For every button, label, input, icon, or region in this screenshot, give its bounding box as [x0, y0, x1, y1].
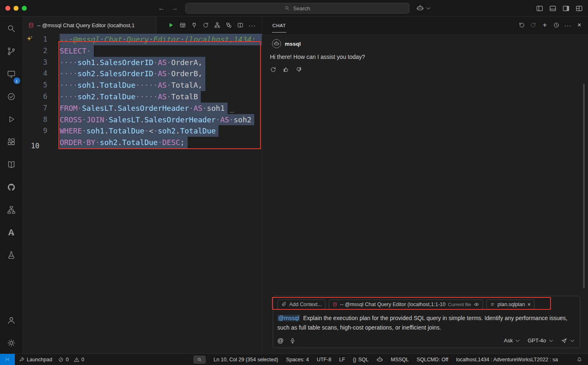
- chat-more-actions-icon[interactable]: ···: [565, 22, 571, 29]
- mode-label: Ask: [504, 337, 513, 344]
- indentation-status[interactable]: Spaces: 4: [286, 357, 309, 363]
- run-query-button[interactable]: [167, 21, 174, 29]
- book-icon: [7, 160, 16, 169]
- chat-tab[interactable]: CHAT: [272, 18, 286, 33]
- activity-notebooks[interactable]: [2, 155, 21, 174]
- copilot-status-icon[interactable]: [377, 356, 383, 363]
- code-line[interactable]: 4····soh2.SalesOrderID·AS·OrderB,: [23, 68, 262, 80]
- context-chip-current-file[interactable]: -- @mssql Chat Query Editor (localhost,1…: [329, 299, 483, 309]
- magnifier-icon: [197, 357, 202, 362]
- thumbs-down-icon[interactable]: [295, 66, 302, 73]
- chat-scrollbar[interactable]: [583, 84, 585, 288]
- activity-schema-designer[interactable]: [2, 200, 21, 219]
- activity-run-debug[interactable]: [2, 110, 21, 129]
- customize-layout-icon[interactable]: [575, 5, 583, 12]
- activity-database-projects[interactable]: [2, 246, 21, 264]
- chat-input-widget[interactable]: Add Context... -- @mssql Chat Query Edit…: [273, 296, 580, 348]
- back-icon[interactable]: ←: [158, 4, 165, 12]
- code-line[interactable]: 1--·@mssql·Chat·Query·Editor·(localhost,…: [23, 34, 262, 45]
- activity-github[interactable]: [2, 178, 21, 197]
- toggle-primary-sidebar-icon[interactable]: [536, 5, 544, 12]
- add-context-button[interactable]: Add Context...: [277, 299, 325, 309]
- toggle-secondary-sidebar-icon[interactable]: [562, 5, 570, 12]
- launchpad-status[interactable]: Launchpad: [19, 357, 52, 363]
- code-line[interactable]: 7FROM·SalesLT.SalesOrderHeader·AS·soh1_: [23, 103, 262, 114]
- tab-bar: -- @mssql Chat Query Editor (localhost,1…: [23, 16, 262, 34]
- code-line[interactable]: 6····soh2.TotalDue·····AS·TotalB: [23, 91, 262, 103]
- regenerate-icon[interactable]: [270, 66, 277, 73]
- chat-history-icon[interactable]: [553, 22, 560, 28]
- redo-request-icon[interactable]: [530, 22, 537, 28]
- schema-visualize-icon[interactable]: [214, 22, 221, 28]
- query-plan-icon[interactable]: [225, 22, 232, 28]
- sqlcmd-status[interactable]: SQLCMD: Off: [417, 357, 449, 363]
- copilot-sparkle-icon[interactable]: [26, 35, 33, 42]
- chevron-down-icon: [548, 337, 554, 344]
- code-line[interactable]: 10ORDER·BY·soh2.TotalDue·DESC;: [23, 137, 262, 148]
- activity-testing[interactable]: [2, 87, 21, 106]
- remote-indicator[interactable]: [0, 354, 15, 365]
- code-line[interactable]: 3····soh1.SalesOrderID·AS·OrderA,: [23, 57, 262, 68]
- code-text: CROSS·JOIN·SalesLT.SalesOrderHeader·AS·s…: [60, 114, 254, 126]
- mic-icon[interactable]: [289, 337, 296, 344]
- minimize-window-button[interactable]: [14, 6, 19, 11]
- activity-extensions[interactable]: [2, 132, 21, 151]
- send-button[interactable]: [561, 337, 576, 344]
- toggle-panel-icon[interactable]: [549, 5, 557, 12]
- tab-query-editor[interactable]: -- @mssql Chat Query Editor (localhost,1: [23, 16, 157, 34]
- problems-status[interactable]: 0 0: [58, 357, 84, 363]
- zoom-status-button[interactable]: [193, 356, 206, 364]
- more-actions-icon[interactable]: ···: [249, 22, 256, 29]
- copilot-menu-button[interactable]: [416, 0, 432, 16]
- notifications-bell-icon[interactable]: [576, 357, 582, 363]
- chevron-down-icon: [514, 337, 521, 344]
- line-number: 10: [23, 137, 60, 156]
- accounts-button[interactable]: [2, 311, 21, 330]
- code-text: SELECT·: [60, 45, 94, 57]
- results-grid-icon[interactable]: [179, 22, 186, 28]
- cursor: _: [230, 104, 234, 112]
- eol-status[interactable]: LF: [339, 357, 345, 363]
- errors-count: 0: [66, 357, 69, 363]
- forward-icon[interactable]: →: [171, 4, 178, 12]
- undo-request-icon[interactable]: [518, 22, 525, 28]
- activity-remote-explorer[interactable]: 1: [2, 64, 21, 83]
- encoding-status[interactable]: UTF-8: [317, 357, 331, 363]
- context-chip-sqlplan[interactable]: plan.sqlplan ×: [486, 299, 535, 309]
- estimated-plan-icon[interactable]: [202, 22, 209, 28]
- command-center-search[interactable]: Search: [185, 3, 409, 14]
- paperclip-icon: [281, 302, 287, 307]
- chat-input-text[interactable]: @mssql Explain the execution plan for th…: [277, 314, 576, 332]
- tab-title: -- @mssql Chat Query Editor (localhost,1: [37, 22, 135, 28]
- remove-chip-icon[interactable]: ×: [528, 302, 531, 307]
- code-editor[interactable]: 1--·@mssql·Chat·Query·Editor·(localhost,…: [23, 34, 262, 353]
- cursor-position-status[interactable]: Ln 10, Col 29 (354 selected): [214, 357, 278, 363]
- thumbs-up-icon[interactable]: [283, 66, 289, 73]
- code-text: ORDER·BY·soh2.TotalDue·DESC;: [60, 137, 188, 148]
- eye-icon[interactable]: [474, 302, 479, 307]
- activity-azure[interactable]: [2, 223, 21, 242]
- code-line[interactable]: 2SELECT·: [23, 45, 262, 57]
- language-mode-status[interactable]: {} SQL: [353, 357, 369, 363]
- model-picker[interactable]: GPT-4o: [528, 337, 554, 344]
- connect-plug-icon[interactable]: [191, 22, 198, 28]
- connection-status[interactable]: localhost,1434 : AdventureWorksLT2022 : …: [456, 357, 558, 363]
- split-editor-icon[interactable]: [237, 22, 244, 28]
- source-control-icon: [7, 47, 16, 56]
- mode-picker[interactable]: Ask: [504, 337, 521, 344]
- activity-source-control[interactable]: [2, 42, 21, 61]
- new-chat-icon[interactable]: +: [542, 22, 548, 28]
- code-line[interactable]: 8CROSS·JOIN·SalesLT.SalesOrderHeader·AS·…: [23, 114, 262, 126]
- code-line[interactable]: 5····soh1.TotalDue·····AS·TotalA,: [23, 80, 262, 91]
- activity-search[interactable]: [2, 19, 21, 38]
- zoom-window-button[interactable]: [22, 6, 27, 11]
- close-window-button[interactable]: [5, 6, 10, 11]
- mssql-status[interactable]: MSSQL: [391, 357, 409, 363]
- code-line[interactable]: 9WHERE·soh1.TotalDue·<·soh2.TotalDue: [23, 125, 262, 137]
- title-bar: ← → Search: [0, 0, 588, 16]
- mention-context-icon[interactable]: @: [277, 337, 284, 344]
- code-lines[interactable]: 1--·@mssql·Chat·Query·Editor·(localhost,…: [23, 34, 262, 148]
- settings-button[interactable]: [2, 333, 21, 352]
- close-panel-icon[interactable]: ×: [576, 22, 583, 28]
- line-number: 4: [23, 68, 60, 80]
